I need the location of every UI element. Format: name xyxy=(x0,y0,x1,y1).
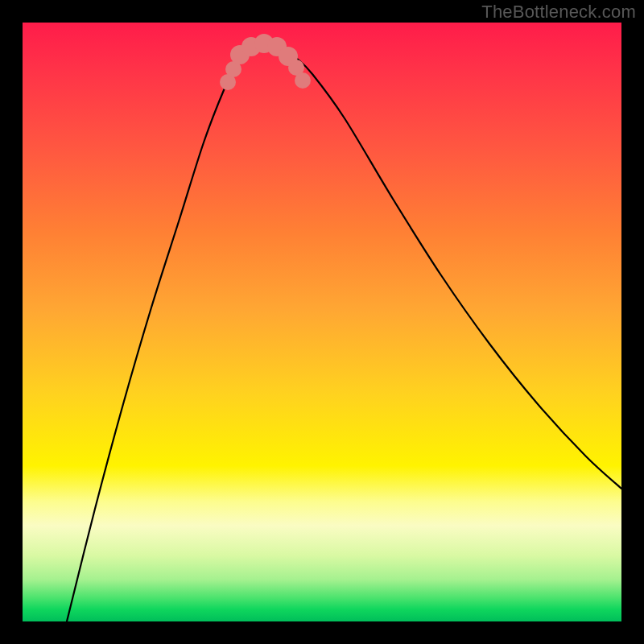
trough-marker xyxy=(295,72,311,89)
chart-svg xyxy=(23,23,621,621)
chart-frame: TheBottleneck.com xyxy=(0,0,644,644)
watermark-text: TheBottleneck.com xyxy=(481,2,636,23)
plot-area xyxy=(23,23,621,621)
trough-markers xyxy=(220,34,311,90)
bottleneck-curve xyxy=(67,41,621,621)
